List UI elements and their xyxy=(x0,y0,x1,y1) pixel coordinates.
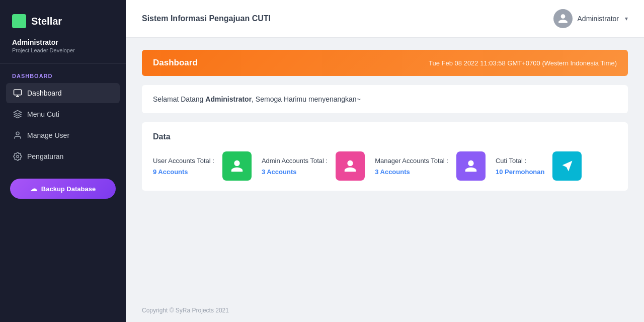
stat-label-admin-accounts: Admin Accounts Total : xyxy=(262,156,328,166)
welcome-name: Administrator xyxy=(205,95,252,103)
stat-value-user-accounts[interactable]: 9 Accounts xyxy=(153,168,214,176)
monitor-icon xyxy=(13,89,22,98)
stats-grid: User Accounts Total : 9 Accounts Admin A… xyxy=(153,151,617,181)
logo-text: Stellar xyxy=(31,16,62,27)
stat-value-admin-accounts[interactable]: 3 Accounts xyxy=(262,168,328,176)
sidebar-section-label: DASHBOARD xyxy=(0,64,126,83)
footer: Copyright © SyRa Projects 2021 xyxy=(126,299,644,322)
manager-accounts-icon-box xyxy=(456,151,486,181)
welcome-suffix: , Semoga Harimu menyenangkan~ xyxy=(252,95,361,103)
backup-button-label: Backup Database xyxy=(41,185,96,193)
logo-icon xyxy=(12,14,26,28)
svg-rect-0 xyxy=(14,90,22,95)
sidebar-user-role: Project Leader Developer xyxy=(12,47,114,53)
dashboard-banner-title: Dashboard xyxy=(153,58,198,68)
welcome-card: Selamat Datang Administrator, Semoga Har… xyxy=(142,85,628,113)
svg-point-4 xyxy=(16,132,19,135)
footer-text: Copyright © SyRa Projects 2021 xyxy=(142,307,229,314)
layers-icon xyxy=(13,110,22,119)
stat-item-cuti: Cuti Total : 10 Permohonan xyxy=(496,151,582,181)
backup-database-button[interactable]: ☁ Backup Database xyxy=(10,179,116,199)
sidebar-logo: Stellar xyxy=(0,0,126,38)
sidebar-item-menu-cuti[interactable]: Menu Cuti xyxy=(6,104,120,124)
stat-item-admin-accounts: Admin Accounts Total : 3 Accounts xyxy=(262,151,365,181)
svg-marker-3 xyxy=(14,111,22,115)
stat-value-cuti[interactable]: 10 Permohonan xyxy=(496,168,545,176)
sidebar-item-dashboard[interactable]: Dashboard xyxy=(6,83,120,103)
data-section-title: Data xyxy=(153,132,617,141)
user-accounts-icon-box xyxy=(222,151,252,181)
sidebar-item-manage-user[interactable]: Manage User xyxy=(6,125,120,145)
main-content: Sistem Informasi Pengajuan CUTI Administ… xyxy=(126,0,644,322)
admin-accounts-icon-box xyxy=(336,151,365,181)
content-area: Dashboard Tue Feb 08 2022 11:03:58 GMT+0… xyxy=(126,38,644,299)
stat-value-manager-accounts[interactable]: 3 Accounts xyxy=(375,168,448,176)
stat-label-user-accounts: User Accounts Total : xyxy=(153,156,214,166)
data-card: Data User Accounts Total : 9 Accounts Ad… xyxy=(142,122,628,191)
dashboard-banner-datetime: Tue Feb 08 2022 11:03:58 GMT+0700 (Weste… xyxy=(429,59,617,67)
header: Sistem Informasi Pengajuan CUTI Administ… xyxy=(126,0,644,38)
dashboard-banner: Dashboard Tue Feb 08 2022 11:03:58 GMT+0… xyxy=(142,50,628,76)
header-user-menu[interactable]: Administrator ▾ xyxy=(553,9,628,28)
sidebar: Stellar Administrator Project Leader Dev… xyxy=(0,0,126,322)
chevron-down-icon: ▾ xyxy=(625,15,628,22)
sidebar-item-label-pengaturan: Pengaturan xyxy=(27,152,63,160)
cuti-icon-box xyxy=(552,151,582,181)
sidebar-username: Administrator xyxy=(12,38,114,46)
sidebar-item-label-manage-user: Manage User xyxy=(27,131,69,139)
stat-item-manager-accounts: Manager Accounts Total : 3 Accounts xyxy=(375,151,486,181)
gear-icon xyxy=(13,152,22,161)
sidebar-item-pengaturan[interactable]: Pengaturan xyxy=(6,146,120,167)
header-title: Sistem Informasi Pengajuan CUTI xyxy=(142,14,271,23)
avatar xyxy=(553,9,573,28)
sidebar-item-label-menu-cuti: Menu Cuti xyxy=(27,110,59,118)
sidebar-nav: Dashboard Menu Cuti Manage User xyxy=(0,83,126,167)
sidebar-item-label-dashboard: Dashboard xyxy=(27,89,62,97)
sidebar-user-section: Administrator Project Leader Developer xyxy=(0,38,126,64)
stat-label-cuti: Cuti Total : xyxy=(496,156,545,166)
header-username: Administrator xyxy=(578,15,619,23)
backup-icon: ☁ xyxy=(30,185,37,193)
welcome-prefix: Selamat Datang xyxy=(153,95,205,103)
stat-label-manager-accounts: Manager Accounts Total : xyxy=(375,156,448,166)
svg-point-5 xyxy=(17,155,19,158)
user-icon xyxy=(13,131,22,140)
stat-item-user-accounts: User Accounts Total : 9 Accounts xyxy=(153,151,252,181)
